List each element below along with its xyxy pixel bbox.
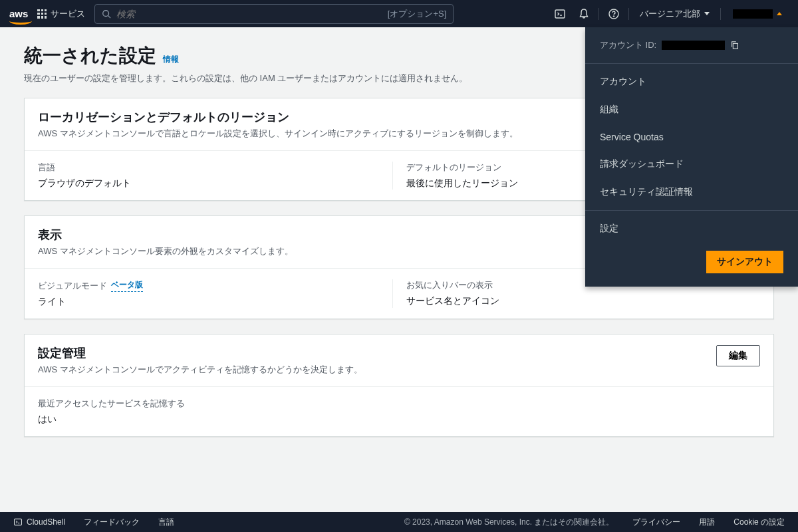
svg-rect-6	[733, 43, 738, 49]
footer-cloudshell[interactable]: CloudShell	[13, 517, 65, 527]
svg-point-5	[613, 15, 614, 17]
account-id-redacted	[662, 41, 725, 50]
help-icon	[608, 8, 620, 20]
services-button[interactable]: サービス	[37, 8, 85, 20]
svg-line-1	[108, 15, 111, 18]
favorites-bar-value: サービス名とアイコン	[406, 295, 761, 307]
account-name-redacted	[733, 9, 773, 19]
grid-icon	[37, 9, 47, 19]
search-input[interactable]	[116, 9, 382, 19]
top-navbar: aws サービス [オプション+S] バージニア北部	[0, 0, 798, 27]
dropdown-item-organization[interactable]: 組織	[585, 96, 798, 124]
language-value: ブラウザのデフォルト	[38, 178, 392, 190]
edit-button[interactable]: 編集	[716, 345, 760, 366]
nav-divider	[720, 8, 721, 20]
account-id-row: アカウント ID:	[585, 27, 798, 59]
footer-feedback[interactable]: フィードバック	[84, 517, 140, 528]
terminal-icon	[554, 8, 566, 20]
card-title: 表示	[38, 227, 293, 243]
account-menu-button[interactable]	[724, 9, 789, 19]
page-title: 統一された設定	[24, 43, 156, 68]
language-label: 言語	[38, 162, 392, 174]
footer-bar: CloudShell フィードバック 言語 © 2023, Amazon Web…	[0, 512, 798, 532]
svg-rect-7	[15, 519, 22, 525]
help-button[interactable]	[602, 0, 626, 27]
card-subtitle: AWS マネジメントコンソールでアクティビティを記憶するかどうかを決定します。	[38, 364, 362, 376]
dropdown-item-security[interactable]: セキュリティ認証情報	[585, 178, 798, 206]
footer-copyright: © 2023, Amazon Web Services, Inc. またはその関…	[404, 517, 614, 528]
dropdown-item-service-quotas[interactable]: Service Quotas	[585, 124, 798, 150]
nav-divider	[598, 8, 599, 20]
svg-rect-2	[555, 10, 565, 18]
region-label: バージニア北部	[640, 8, 700, 20]
search-box[interactable]: [オプション+S]	[94, 4, 454, 24]
dropdown-item-account[interactable]: アカウント	[585, 68, 798, 96]
footer-language[interactable]: 言語	[158, 517, 174, 528]
remember-services-label: 最近アクセスしたサービスを記憶する	[38, 398, 760, 410]
settings-management-card: 設定管理 AWS マネジメントコンソールでアクティビティを記憶するかどうかを決定…	[24, 334, 774, 437]
region-selector[interactable]: バージニア北部	[632, 8, 718, 20]
services-label: サービス	[51, 8, 85, 20]
account-id-label: アカウント ID:	[600, 39, 656, 51]
account-dropdown: アカウント ID: アカウント 組織 Service Quotas 請求ダッシュ…	[585, 27, 798, 287]
aws-logo[interactable]: aws	[9, 8, 28, 19]
copy-icon[interactable]	[730, 41, 739, 50]
terminal-icon	[13, 517, 23, 527]
card-title: ローカリゼーションとデフォルトのリージョン	[38, 109, 518, 125]
info-link[interactable]: 情報	[163, 54, 179, 65]
notifications-button[interactable]	[572, 0, 596, 27]
nav-divider	[628, 8, 629, 20]
card-subtitle: AWS マネジメントコンソールで言語とロケール設定を選択し、サインイン時にアクテ…	[38, 128, 518, 140]
signout-button[interactable]: サインアウト	[706, 251, 783, 273]
footer-privacy[interactable]: プライバシー	[632, 517, 680, 528]
visual-mode-label: ビジュアルモード	[38, 280, 107, 292]
search-icon	[102, 9, 111, 19]
bell-icon	[578, 8, 590, 20]
svg-point-0	[103, 10, 109, 16]
chevron-up-icon	[777, 12, 782, 15]
search-hint: [オプション+S]	[388, 8, 447, 20]
remember-services-value: はい	[38, 414, 760, 426]
footer-terms[interactable]: 用語	[699, 517, 715, 528]
dropdown-item-settings[interactable]: 設定	[585, 215, 798, 243]
card-title: 設定管理	[38, 345, 362, 361]
footer-cookies[interactable]: Cookie の設定	[733, 517, 785, 528]
cloudshell-icon-button[interactable]	[548, 0, 572, 27]
dropdown-item-billing[interactable]: 請求ダッシュボード	[585, 150, 798, 178]
card-subtitle: AWS マネジメントコンソール要素の外観をカスタマイズします。	[38, 245, 293, 257]
beta-link[interactable]: ベータ版	[111, 279, 143, 292]
chevron-down-icon	[704, 12, 710, 15]
visual-mode-value: ライト	[38, 296, 392, 308]
